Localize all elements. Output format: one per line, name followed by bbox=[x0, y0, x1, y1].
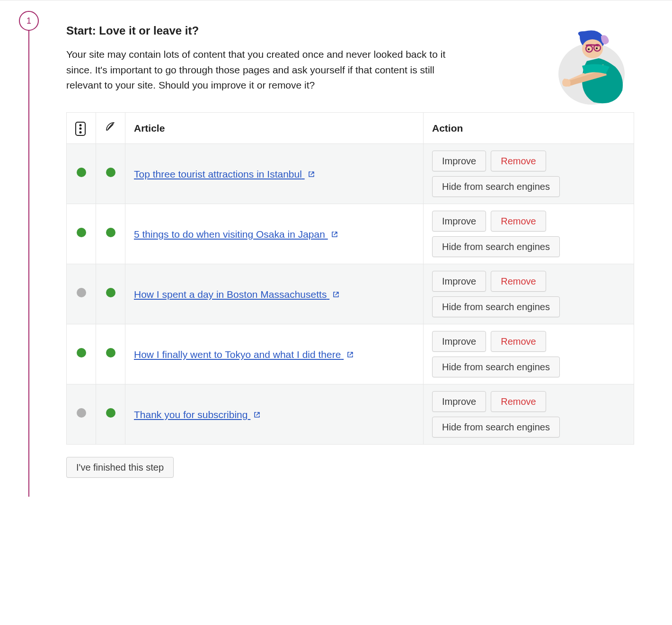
article-cell: How I spent a day in Boston Massachusett… bbox=[125, 264, 424, 324]
status-dot bbox=[106, 168, 115, 177]
status-cell-seo bbox=[67, 204, 96, 264]
article-title: How I finally went to Tokyo and what I d… bbox=[134, 349, 341, 360]
article-title: 5 things to do when visiting Osaka in Ja… bbox=[134, 229, 325, 240]
finish-step-button[interactable]: I've finished this step bbox=[66, 457, 174, 478]
article-cell: How I finally went to Tokyo and what I d… bbox=[125, 324, 424, 384]
traffic-light-icon bbox=[75, 122, 86, 136]
status-dot bbox=[106, 348, 115, 357]
status-dot bbox=[77, 288, 86, 297]
feather-icon bbox=[105, 121, 116, 136]
article-title: How I spent a day in Boston Massachusett… bbox=[134, 289, 327, 300]
article-cell: 5 things to do when visiting Osaka in Ja… bbox=[125, 204, 424, 264]
step-description: Your site may contain lots of content th… bbox=[66, 47, 464, 93]
article-title: Thank you for subscribing bbox=[134, 409, 248, 420]
action-cell: ImproveRemoveHide from search engines bbox=[424, 384, 634, 445]
column-header-status bbox=[67, 112, 96, 144]
step-title: Start: Love it or leave it? bbox=[66, 19, 634, 39]
status-dot bbox=[77, 168, 86, 177]
status-cell-seo bbox=[67, 144, 96, 204]
article-link[interactable]: Top three tourist attractions in Istanbu… bbox=[134, 169, 315, 179]
improve-button[interactable]: Improve bbox=[432, 151, 486, 171]
action-buttons: ImproveRemoveHide from search engines bbox=[432, 271, 625, 317]
action-buttons: ImproveRemoveHide from search engines bbox=[432, 151, 625, 197]
svg-point-3 bbox=[588, 48, 590, 50]
hide-from-search-button[interactable]: Hide from search engines bbox=[432, 296, 560, 317]
hide-from-search-button[interactable]: Hide from search engines bbox=[432, 176, 560, 197]
status-dot bbox=[106, 228, 115, 237]
remove-button[interactable]: Remove bbox=[491, 211, 546, 232]
improve-button[interactable]: Improve bbox=[432, 331, 486, 352]
article-link[interactable]: How I spent a day in Boston Massachusett… bbox=[134, 289, 340, 300]
action-cell: ImproveRemoveHide from search engines bbox=[424, 264, 634, 324]
table-row: Thank you for subscribing ImproveRemoveH… bbox=[67, 384, 634, 445]
improve-button[interactable]: Improve bbox=[432, 211, 486, 232]
remove-button[interactable]: Remove bbox=[491, 271, 546, 292]
status-cell-readability bbox=[96, 324, 125, 384]
article-link[interactable]: Thank you for subscribing bbox=[134, 409, 261, 420]
status-dot bbox=[77, 228, 86, 237]
remove-button[interactable]: Remove bbox=[491, 391, 546, 412]
table-row: 5 things to do when visiting Osaka in Ja… bbox=[67, 204, 634, 264]
article-link[interactable]: How I finally went to Tokyo and what I d… bbox=[134, 349, 354, 360]
external-link-icon bbox=[308, 170, 315, 178]
status-dot bbox=[77, 408, 86, 418]
step-number: 1 bbox=[27, 15, 31, 27]
svg-point-0 bbox=[582, 39, 603, 58]
hide-from-search-button[interactable]: Hide from search engines bbox=[432, 417, 560, 438]
action-cell: ImproveRemoveHide from search engines bbox=[424, 324, 634, 384]
improve-button[interactable]: Improve bbox=[432, 271, 486, 292]
status-cell-readability bbox=[96, 264, 125, 324]
external-link-icon bbox=[332, 291, 340, 298]
timeline-line bbox=[28, 29, 29, 497]
status-cell-readability bbox=[96, 204, 125, 264]
status-dot bbox=[106, 408, 115, 418]
remove-button[interactable]: Remove bbox=[491, 331, 546, 352]
illustration-person-stretching bbox=[554, 29, 634, 109]
svg-point-2 bbox=[586, 45, 592, 52]
action-buttons: ImproveRemoveHide from search engines bbox=[432, 391, 625, 438]
table-row: How I finally went to Tokyo and what I d… bbox=[67, 324, 634, 384]
remove-button[interactable]: Remove bbox=[491, 151, 546, 171]
status-dot bbox=[77, 348, 86, 357]
hide-from-search-button[interactable]: Hide from search engines bbox=[432, 236, 560, 257]
articles-table: Article Action Top three tourist attract… bbox=[66, 112, 634, 445]
external-link-icon bbox=[331, 231, 338, 238]
status-cell-seo bbox=[67, 384, 96, 445]
improve-button[interactable]: Improve bbox=[432, 391, 486, 412]
hide-from-search-button[interactable]: Hide from search engines bbox=[432, 357, 560, 377]
article-link[interactable]: 5 things to do when visiting Osaka in Ja… bbox=[134, 229, 338, 240]
column-header-action: Action bbox=[424, 112, 634, 144]
external-link-icon bbox=[346, 351, 354, 358]
table-row: How I spent a day in Boston Massachusett… bbox=[67, 264, 634, 324]
article-title: Top three tourist attractions in Istanbu… bbox=[134, 169, 302, 179]
column-header-article: Article bbox=[125, 112, 424, 144]
step-number-badge: 1 bbox=[19, 11, 39, 31]
table-row: Top three tourist attractions in Istanbu… bbox=[67, 144, 634, 204]
column-header-readability bbox=[96, 112, 125, 144]
svg-point-1 bbox=[594, 45, 601, 51]
status-dot bbox=[106, 288, 115, 297]
action-cell: ImproveRemoveHide from search engines bbox=[424, 144, 634, 204]
status-cell-seo bbox=[67, 324, 96, 384]
status-cell-readability bbox=[96, 144, 125, 204]
article-cell: Thank you for subscribing bbox=[125, 384, 424, 445]
article-cell: Top three tourist attractions in Istanbu… bbox=[125, 144, 424, 204]
svg-point-4 bbox=[596, 47, 598, 49]
action-buttons: ImproveRemoveHide from search engines bbox=[432, 331, 625, 377]
external-link-icon bbox=[253, 411, 261, 419]
action-buttons: ImproveRemoveHide from search engines bbox=[432, 211, 625, 257]
action-cell: ImproveRemoveHide from search engines bbox=[424, 204, 634, 264]
status-cell-readability bbox=[96, 384, 125, 445]
status-cell-seo bbox=[67, 264, 96, 324]
